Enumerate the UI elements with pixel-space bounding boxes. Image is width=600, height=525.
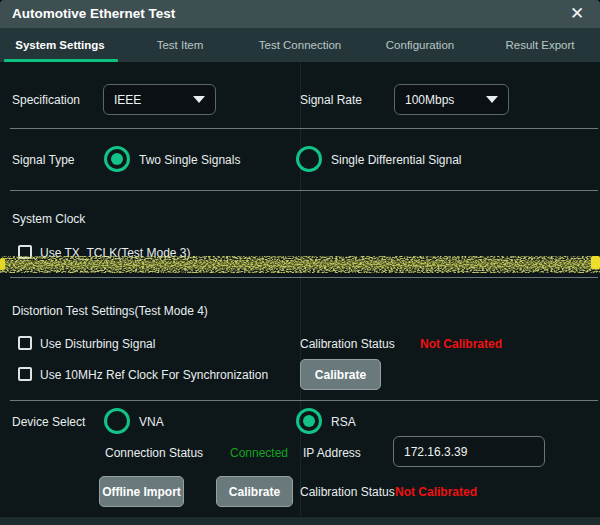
radio-vna[interactable] [104, 408, 130, 434]
radio-two-single-signals[interactable] [104, 146, 130, 172]
signal-rate-dropdown[interactable]: 100Mbps [394, 84, 509, 115]
specification-value: IEEE [114, 93, 141, 107]
screen-edge-strip [0, 516, 600, 525]
calibration-status-label: Calibration Status [300, 337, 395, 351]
calibration-status-value: Not Calibrated [420, 337, 502, 351]
chevron-down-icon [486, 96, 498, 103]
radio-label-rsa: RSA [331, 415, 356, 429]
device-select-label: Device Select [12, 415, 85, 429]
radio-label-two-single-signals: Two Single Signals [139, 153, 240, 167]
tab-test-connection[interactable]: Test Connection [240, 28, 360, 62]
waveform-marker-right [591, 256, 600, 269]
device-calibration-status-label: Calibration Status [300, 485, 395, 499]
use-10mhz-refclock-checkbox[interactable] [18, 367, 32, 381]
divider [10, 190, 598, 191]
ip-address-input[interactable] [393, 436, 545, 467]
waveform-marker-left [0, 258, 5, 270]
close-button[interactable]: ✕ [560, 0, 594, 28]
tab-configuration[interactable]: Configuration [360, 28, 480, 62]
calibrate-button[interactable]: Calibrate [300, 359, 381, 390]
signal-type-label: Signal Type [12, 153, 75, 167]
title-bar: Automotive Ethernet Test ✕ [0, 0, 600, 28]
radio-single-differential-signal[interactable] [296, 146, 322, 172]
signal-rate-value: 100Mbps [405, 93, 454, 107]
radio-label-single-differential-signal: Single Differential Signal [331, 153, 462, 167]
waveform-trace [0, 256, 600, 273]
connection-status-label: Connection Status [105, 446, 203, 460]
use-disturbing-signal-checkbox[interactable] [18, 336, 32, 350]
use-10mhz-refclock-label: Use 10MHz Ref Clock For Synchronization [40, 368, 268, 382]
system-clock-title: System Clock [12, 212, 85, 226]
chevron-down-icon [193, 96, 205, 103]
offline-import-button[interactable]: Offline Import [99, 476, 184, 507]
tab-test-item[interactable]: Test Item [120, 28, 240, 62]
connection-status-value: Connected [230, 446, 288, 460]
divider [10, 128, 598, 129]
ip-address-label: IP Address [303, 446, 361, 460]
divider [10, 400, 598, 401]
specification-dropdown[interactable]: IEEE [103, 84, 216, 115]
specification-label: Specification [12, 93, 80, 107]
close-icon: ✕ [570, 4, 584, 23]
use-disturbing-signal-label: Use Disturbing Signal [40, 337, 155, 351]
device-calibration-status-value: Not Calibrated [395, 485, 477, 499]
divider [10, 277, 598, 278]
graticule-center-line [300, 62, 301, 516]
automotive-ethernet-test-dialog: Automotive Ethernet Test ✕ System Settin… [0, 0, 600, 525]
radio-label-vna: VNA [139, 415, 164, 429]
radio-rsa[interactable] [296, 408, 322, 434]
tab-system-settings[interactable]: System Settings [0, 28, 120, 62]
device-calibrate-button[interactable]: Calibrate [216, 476, 293, 507]
tab-result-export[interactable]: Result Export [480, 28, 600, 62]
signal-rate-label: Signal Rate [300, 93, 362, 107]
distortion-settings-title: Distortion Test Settings(Test Mode 4) [12, 304, 208, 318]
tab-bar: System Settings Test Item Test Connectio… [0, 28, 600, 62]
window-title: Automotive Ethernet Test [12, 0, 175, 28]
